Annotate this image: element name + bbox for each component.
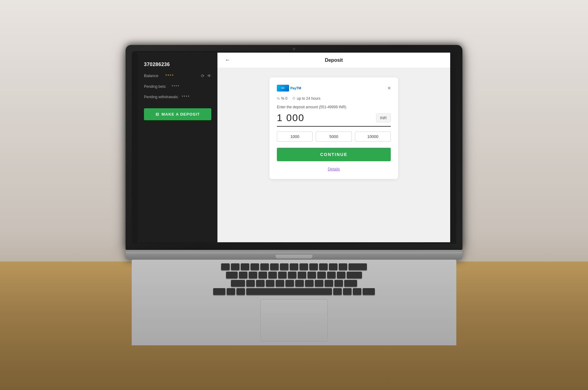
key — [334, 280, 343, 287]
laptop-base — [126, 250, 462, 260]
hinge-strip — [126, 250, 462, 252]
balance-stars: **** — [165, 73, 174, 78]
key-row-1 — [138, 263, 450, 270]
quick-amount-5000[interactable]: 5000 — [316, 132, 352, 142]
eye-hide-icon[interactable]: 👁 — [207, 73, 211, 78]
key — [285, 280, 294, 287]
close-button[interactable]: × — [387, 85, 391, 91]
key — [266, 280, 274, 287]
pending-withdrawals-row: Pending withdrawals: **** — [144, 95, 211, 99]
pending-withdrawals-label: Pending withdrawals: — [144, 95, 179, 99]
laptop-lid: 370286236 Balance **** ⟳ 👁 Pending bets: — [126, 45, 462, 250]
key — [213, 288, 225, 295]
card-header: PAY PayTM × — [277, 85, 391, 91]
pending-bets-row: Pending bets: **** — [144, 84, 211, 89]
key — [268, 272, 277, 278]
key — [333, 288, 342, 295]
key — [344, 280, 357, 287]
refresh-icon[interactable]: ⟳ — [201, 73, 205, 78]
key — [231, 280, 245, 287]
make-deposit-button[interactable]: ⊟ MAKE A DEPOSIT — [144, 108, 211, 120]
amount-display[interactable]: 1 000 — [277, 112, 373, 124]
key — [337, 272, 345, 278]
key — [278, 272, 287, 278]
key — [309, 263, 318, 270]
pending-withdrawals-value: **** — [182, 95, 190, 99]
fee-value: % 0 — [281, 96, 288, 101]
key — [251, 263, 259, 270]
key — [227, 288, 235, 295]
key — [221, 263, 230, 270]
deposit-card: PAY PayTM × % — [270, 77, 398, 179]
deposit-icon: ⊟ — [156, 112, 159, 117]
balance-row: Balance **** ⟳ 👁 — [144, 73, 211, 78]
quick-amount-1000[interactable]: 1000 — [277, 132, 313, 142]
key — [295, 280, 304, 287]
main-content: ← Deposit PAY — [217, 53, 450, 242]
details-link[interactable]: Details — [328, 167, 340, 171]
key — [300, 263, 308, 270]
pending-bets-label: Pending bets: — [144, 84, 168, 89]
key — [276, 280, 284, 287]
key — [256, 280, 265, 287]
time-value: up to 24 hours — [297, 96, 320, 101]
key — [270, 263, 279, 270]
deposit-area: PAY PayTM × % — [217, 68, 450, 242]
key — [363, 288, 375, 295]
balance-icons: ⟳ 👁 — [201, 73, 211, 78]
key — [315, 280, 323, 287]
clock-icon: ⏱ — [292, 97, 296, 100]
key — [339, 263, 347, 270]
key — [349, 263, 367, 270]
back-button[interactable]: ← — [225, 57, 230, 63]
deposit-header: ← Deposit — [217, 53, 450, 68]
key — [258, 272, 267, 278]
fee-item: % % 0 — [277, 96, 287, 101]
key-row-2 — [138, 272, 450, 278]
key — [325, 280, 333, 287]
deposit-hint: Enter the deposit amount (551-49999 INR) — [277, 105, 391, 109]
key — [288, 272, 296, 278]
quick-amounts: 1000 5000 10000 — [277, 132, 391, 142]
scene: 370286236 Balance **** ⟳ 👁 Pending bets: — [0, 0, 588, 390]
key-row-3 — [138, 280, 450, 287]
details-link-container: Details — [277, 166, 391, 172]
key — [353, 288, 361, 295]
balance-label: Balance — [144, 73, 162, 78]
laptop-keyboard — [132, 260, 456, 345]
paytm-logo-box: PAY — [277, 85, 289, 91]
key-row-4 — [138, 288, 450, 295]
key — [327, 272, 336, 278]
page-title: Deposit — [225, 58, 443, 63]
currency-label: INR — [376, 113, 391, 122]
laptop-bezel: 370286236 Balance **** ⟳ 👁 Pending bets: — [132, 51, 456, 244]
quick-amount-10000[interactable]: 10000 — [355, 132, 391, 142]
percent-icon: % — [277, 97, 280, 100]
key — [329, 263, 337, 270]
key — [239, 272, 247, 278]
key — [226, 272, 238, 278]
key — [249, 272, 257, 278]
continue-button[interactable]: CONTINUE — [277, 148, 391, 161]
card-meta: % % 0 ⏱ up to 24 hours — [277, 96, 391, 101]
key — [241, 263, 249, 270]
webcam-icon — [293, 48, 295, 50]
screen-content: 370286236 Balance **** ⟳ 👁 Pending bets: — [138, 53, 450, 242]
pending-bets-value: **** — [172, 84, 180, 89]
paytm-logo: PAY PayTM — [277, 85, 301, 91]
time-item: ⏱ up to 24 hours — [292, 96, 320, 101]
spacebar-key — [246, 288, 332, 295]
deposit-button-label: MAKE A DEPOSIT — [162, 112, 200, 117]
key — [347, 272, 362, 278]
amount-row: 1 000 INR — [277, 112, 391, 127]
key — [343, 288, 352, 295]
trackpad-notch — [276, 255, 312, 258]
paytm-label: PayTM — [290, 86, 301, 90]
key — [260, 263, 269, 270]
trackpad[interactable] — [260, 299, 328, 342]
sidebar: 370286236 Balance **** ⟳ 👁 Pending bets: — [138, 53, 217, 242]
key — [305, 280, 314, 287]
key — [231, 263, 239, 270]
key — [290, 263, 298, 270]
key — [246, 280, 255, 287]
